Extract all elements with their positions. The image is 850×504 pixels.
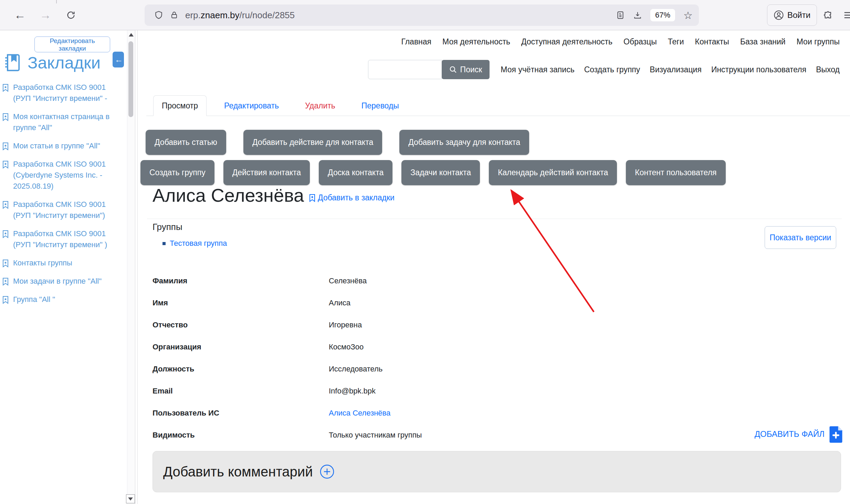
tab[interactable]: Просмотр xyxy=(153,95,207,116)
bookmark-label: Разработка СМК ISO 9001 (РУП "Институт в… xyxy=(13,228,116,250)
nav-item[interactable]: Теги xyxy=(668,37,684,46)
bookmark-link[interactable]: Мои статьи в группе "All" xyxy=(2,140,116,151)
reload-icon xyxy=(66,10,76,20)
tab[interactable]: Переводы xyxy=(353,95,408,116)
nav-item[interactable]: Образцы xyxy=(623,37,657,46)
nav-item[interactable]: Инструкции пользователя xyxy=(711,65,806,74)
bookmark-star-ribbon-icon xyxy=(2,276,10,287)
scroll-down-button[interactable] xyxy=(126,494,135,503)
action-button[interactable]: Задачи контакта xyxy=(401,160,480,185)
bookmark-link[interactable]: Группа "All " xyxy=(2,294,116,305)
shield-icon[interactable] xyxy=(154,11,163,20)
browser-login-button[interactable]: Войти xyxy=(767,4,817,26)
field-row: Отчество Игоревна xyxy=(153,314,703,336)
action-button[interactable]: Создать группу xyxy=(140,160,214,185)
search-input[interactable] xyxy=(368,60,442,79)
nav-item[interactable]: Мои группы xyxy=(797,37,840,46)
back-button[interactable]: ← xyxy=(10,0,30,30)
login-label: Войти xyxy=(787,10,810,20)
search-button[interactable]: Поиск xyxy=(442,60,490,79)
nav-item[interactable]: Моя деятельность xyxy=(442,37,510,46)
action-button[interactable]: Добавить действие для контакта xyxy=(243,130,382,155)
add-comment-label: Добавить комментарий xyxy=(163,464,313,480)
file-plus-icon xyxy=(828,426,844,443)
zoom-level-badge[interactable]: 67% xyxy=(650,9,675,21)
bookmark-star-ribbon-icon xyxy=(2,199,10,221)
bookmark-label: Мои статьи в группе "All" xyxy=(13,140,100,151)
bookmark-link[interactable]: Мои задачи в группе "All" xyxy=(2,276,116,287)
bookmark-link[interactable]: Разработка СМК ISO 9001 (РУП "Институт в… xyxy=(2,199,116,221)
action-button[interactable]: Доска контакта xyxy=(319,160,392,185)
primary-nav: Главная Моя деятельность Доступная деяте… xyxy=(401,37,840,46)
action-button[interactable]: Добавить статью xyxy=(146,130,226,155)
scroll-down-arrow-icon xyxy=(128,497,133,501)
nav-item[interactable]: База знаний xyxy=(740,37,786,46)
field-row: Видимость Только участникам группы xyxy=(153,424,703,446)
nav-item[interactable]: Визуализация xyxy=(650,65,702,74)
scrollbar-thumb[interactable] xyxy=(128,41,133,117)
scroll-up-arrow-icon[interactable] xyxy=(129,33,134,36)
page-title: Алиса Селезнёва xyxy=(153,185,304,206)
nav-item[interactable]: Создать группу xyxy=(584,65,640,74)
field-row: Организация КосмоЗоо xyxy=(153,336,703,358)
forward-button[interactable]: → xyxy=(36,0,55,30)
bookmark-link[interactable]: Разработка СМК ISO 9001 (РУП "Институт в… xyxy=(2,228,116,250)
nav-item[interactable]: Моя учётная запись xyxy=(501,65,574,74)
download-icon[interactable] xyxy=(633,11,642,20)
add-file-link[interactable]: ДОБАВИТЬ ФАЙЛ xyxy=(755,426,844,443)
bookmark-label: Разработка СМК ISO 9001 (Cyberdyne Syste… xyxy=(13,159,116,192)
action-button[interactable]: Добавить задачу для контакта xyxy=(399,130,529,155)
bookmark-list: Разработка СМК ISO 9001 (РУП "Институт в… xyxy=(2,82,116,312)
action-button[interactable]: Календарь действий контакта xyxy=(489,160,617,185)
field-value: Info@bpk.bpk xyxy=(329,387,376,396)
tab[interactable]: Удалить xyxy=(296,95,344,116)
bookmark-link[interactable]: Моя контактная страница в группе "All" xyxy=(2,111,116,133)
bookmark-link[interactable]: Разработка СМК ISO 9001 (РУП "Институт в… xyxy=(2,82,116,104)
list-bullet xyxy=(162,242,166,245)
action-button[interactable]: Контент пользователя xyxy=(626,160,725,185)
field-label: Должность xyxy=(153,365,329,374)
lock-icon[interactable] xyxy=(170,11,178,19)
reload-button[interactable] xyxy=(61,0,81,30)
field-value: КосмоЗоо xyxy=(329,343,364,351)
group-link[interactable]: Тестовая группа xyxy=(170,239,227,248)
field-value: Алиса xyxy=(329,298,350,307)
field-label: Отчество xyxy=(153,321,329,329)
bookmark-link[interactable]: Разработка СМК ISO 9001 (Cyberdyne Syste… xyxy=(2,159,116,192)
plus-circle-icon xyxy=(319,464,335,479)
bookmark-star-ribbon-icon xyxy=(2,258,10,269)
field-value[interactable]: Алиса Селезнёва xyxy=(329,409,390,418)
bookmark-plus-icon xyxy=(309,194,316,202)
collapse-sidebar-button[interactable]: ← xyxy=(113,52,124,67)
field-row: Пользователь ИС Алиса Селезнёва xyxy=(153,402,703,424)
field-value: Селезнёва xyxy=(329,276,367,285)
user-nav: Моя учётная запись Создать группу Визуал… xyxy=(501,65,840,74)
extensions-icon[interactable] xyxy=(819,0,838,30)
add-comment-bar[interactable]: Добавить комментарий xyxy=(153,451,841,492)
bookmark-link[interactable]: Контакты группы xyxy=(2,258,116,269)
action-buttons-row2: Создать группуДействия контактаДоска кон… xyxy=(140,160,726,185)
bookmark-label: Разработка СМК ISO 9001 (РУП "Институт в… xyxy=(13,199,116,221)
tab[interactable]: Редактировать xyxy=(216,95,287,116)
panel-top-border xyxy=(147,219,842,219)
field-value: Игоревна xyxy=(329,321,362,329)
group-list-item[interactable]: Тестовая группа xyxy=(162,239,227,248)
contact-fields: Фамилия Селезнёва Имя Алиса Отчество Иго… xyxy=(153,270,703,446)
reader-view-icon[interactable] xyxy=(616,11,625,20)
add-to-bookmarks-link[interactable]: Добавить в закладки xyxy=(309,193,395,202)
browser-toolbar: ← → erp.znaem.by/ru/node/2855 67% ☆ Войт… xyxy=(0,0,850,30)
action-button[interactable]: Действия контакта xyxy=(223,160,310,185)
bookmark-label: Контакты группы xyxy=(13,258,72,269)
show-versions-button[interactable]: Показать версии xyxy=(765,226,836,249)
nav-item[interactable]: Главная xyxy=(401,37,432,46)
menu-icon[interactable] xyxy=(839,0,850,30)
nav-item[interactable]: Доступная деятельность xyxy=(521,37,612,46)
nav-item[interactable]: Выход xyxy=(816,65,840,74)
nav-item[interactable]: Контакты xyxy=(695,37,729,46)
bookmarks-book-icon xyxy=(3,53,22,72)
bookmark-star-ribbon-icon xyxy=(2,82,10,104)
bookmark-star-icon[interactable]: ☆ xyxy=(683,9,693,21)
url-bar[interactable]: erp.znaem.by/ru/node/2855 67% ☆ xyxy=(145,4,699,26)
field-value: Исследователь xyxy=(329,365,382,374)
edit-bookmarks-button[interactable]: Редактировать закладки xyxy=(34,36,110,52)
